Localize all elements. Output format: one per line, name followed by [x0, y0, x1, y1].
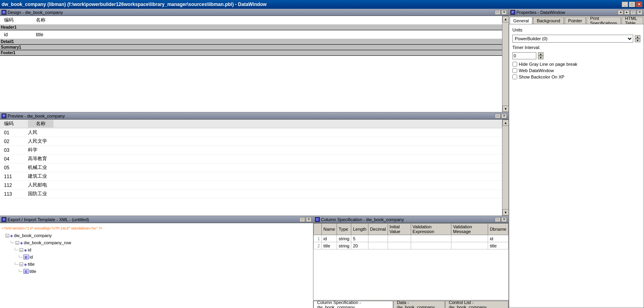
export-icon: X: [2, 217, 6, 222]
col-header-type: Type: [337, 224, 351, 235]
design-close-btn[interactable]: ✕: [501, 10, 507, 15]
tree-item-title[interactable]: └─ – ◈ title: [14, 261, 311, 268]
titlebar-title: dw_book_company (libman) (f:\work\powerb…: [2, 2, 267, 7]
tree-expand-dw[interactable]: –: [6, 234, 9, 237]
col-header-valmsg: Validation Message: [451, 224, 488, 235]
tree-label-row: dw_book_company_row: [24, 240, 71, 245]
checkbox-showback-label: Show Backcolor On XP: [519, 75, 564, 79]
checkbox-hidegray[interactable]: [512, 62, 517, 67]
export-panel-controls: □ ✕: [299, 217, 311, 222]
preview-scrollbar[interactable]: ▲ ▼: [502, 120, 508, 216]
preview-header: 编码 名称: [0, 120, 508, 128]
tab-general[interactable]: General: [510, 17, 532, 24]
export-restore-btn[interactable]: □: [299, 217, 305, 222]
summary-section: Summary1: [0, 45, 508, 50]
preview-restore-btn[interactable]: □: [495, 114, 500, 118]
cell-initial: [388, 242, 411, 249]
tree-item-id[interactable]: └─ – ◈ id: [14, 246, 311, 253]
tab-column-spec[interactable]: Column Specification - dw_book_company: [313, 301, 393, 308]
export-title: Export / Import Template - XML - (untitl…: [8, 217, 89, 222]
row-id: 03: [4, 147, 28, 153]
timer-spin-up[interactable]: ▲: [538, 52, 544, 56]
col-header-dbname: Dbname: [488, 224, 508, 235]
props-nav-left[interactable]: ◄: [618, 10, 623, 15]
preview-row: 04高等教育: [0, 155, 508, 163]
colspec-close-btn[interactable]: ✕: [501, 217, 507, 222]
tab-html-table[interactable]: HTML Table: [622, 17, 643, 24]
cell-length: 5: [351, 235, 368, 242]
tab-data[interactable]: Data - dw_book_company: [393, 301, 445, 308]
units-row: Units: [512, 27, 640, 32]
cell-valmsg: [451, 235, 488, 242]
design-detail-title[interactable]: title: [36, 32, 43, 37]
design-detail-id[interactable]: id: [4, 32, 36, 37]
cell-decimal: [368, 235, 388, 242]
units-select[interactable]: PowerBuilder (0): [512, 35, 633, 43]
colspec-content: Name Type Length Decimal Initial Value V…: [313, 223, 508, 300]
tree-expand-row[interactable]: –: [16, 241, 19, 245]
preview-content: 编码 名称 01人民02人民文学03科学04高等教育05机械工业111建筑工业1…: [0, 120, 508, 216]
colspec-titlebar: C Column Specification - dw_book_company…: [313, 216, 508, 223]
colspec-icon: C: [315, 217, 320, 222]
units-spin-up[interactable]: ▲: [635, 35, 640, 39]
tree-item-dw[interactable]: – ◈ dw_book_company: [6, 232, 311, 239]
tree-item-row[interactable]: └─ – ◈ dw_book_company_row: [10, 239, 311, 246]
cell-num: 2: [314, 242, 322, 249]
table-row: 1 id string 5 id: [314, 235, 508, 242]
colspec-tbody: 1 id string 5 id 2 title string 20 title: [314, 235, 508, 249]
colspec-title: Column Specification - dw_book_company: [321, 217, 404, 222]
tree-label-title: title: [28, 262, 35, 267]
design-restore-btn[interactable]: □: [495, 10, 500, 15]
export-content: <?xml version="1.0" encoding="UTF-16LE" …: [0, 223, 313, 308]
tree-label-title-leaf: title: [30, 269, 36, 274]
col-header-initial: Initial Value: [388, 224, 411, 235]
cell-decimal: [368, 242, 388, 249]
cell-length: 20: [351, 242, 368, 249]
tab-background[interactable]: Background: [533, 17, 564, 24]
cell-initial: [388, 235, 411, 242]
cell-type: string: [337, 242, 351, 249]
export-close-btn[interactable]: ✕: [306, 217, 311, 222]
checkbox-showback[interactable]: [512, 75, 517, 79]
tree-expand-id[interactable]: –: [20, 248, 23, 252]
row-id: 02: [4, 139, 28, 144]
tab-print-specs[interactable]: Print Specifications: [587, 17, 621, 24]
checkbox-webdw-label: Web DataWindow: [519, 68, 554, 73]
properties-restore-btn[interactable]: □: [630, 10, 636, 15]
row-id: 111: [4, 174, 28, 179]
timer-input[interactable]: [512, 52, 536, 59]
cell-validation: [411, 235, 451, 242]
preview-scroll-down[interactable]: ▼: [502, 209, 508, 216]
properties-close-btn[interactable]: ✕: [637, 10, 642, 15]
colspec-restore-btn[interactable]: □: [495, 217, 500, 222]
minimize-button[interactable]: _: [622, 2, 628, 7]
timer-label: Timer Interval:: [512, 45, 544, 50]
timer-input-row: ▲ ▼: [512, 52, 640, 59]
preview-close-btn[interactable]: ✕: [501, 114, 507, 118]
main-titlebar: dw_book_company (libman) (f:\work\powerb…: [0, 0, 644, 9]
tab-control-list[interactable]: Control List - dw_book_company: [445, 301, 508, 308]
preview-panel-controls: □ ✕: [495, 114, 507, 118]
cell-num: 1: [314, 235, 322, 242]
preview-scroll-up[interactable]: ▲: [502, 120, 508, 126]
checkbox-webdw-row: Web DataWindow: [512, 68, 640, 73]
props-nav-right[interactable]: ►: [624, 10, 630, 15]
design-scroll-down[interactable]: ▼: [502, 106, 508, 112]
design-scrollbar[interactable]: ▲ ▼: [502, 16, 508, 112]
design-panel: D Design - dw_book_company □ ✕ 编码 名称 Hea…: [0, 9, 508, 112]
preview-col-title: 名称: [28, 120, 53, 128]
cell-name: title: [322, 242, 337, 249]
preview-scroll-track: [502, 126, 508, 209]
preview-row: 03科学: [0, 146, 508, 155]
units-spin-down[interactable]: ▼: [635, 39, 640, 42]
colspec-tabbar: Column Specification - dw_book_company D…: [313, 300, 508, 308]
checkbox-webdw[interactable]: [512, 68, 517, 73]
close-button[interactable]: ✕: [636, 2, 642, 7]
maximize-button[interactable]: □: [629, 2, 635, 7]
col-header-validation: Validation Expression: [411, 224, 451, 235]
design-scroll-up[interactable]: ▲: [502, 16, 508, 22]
folder-icon-id: ◈: [24, 248, 27, 252]
tab-pointer[interactable]: Pointer: [565, 17, 586, 24]
tree-expand-title[interactable]: –: [20, 263, 23, 266]
timer-spin-down[interactable]: ▼: [538, 56, 544, 59]
